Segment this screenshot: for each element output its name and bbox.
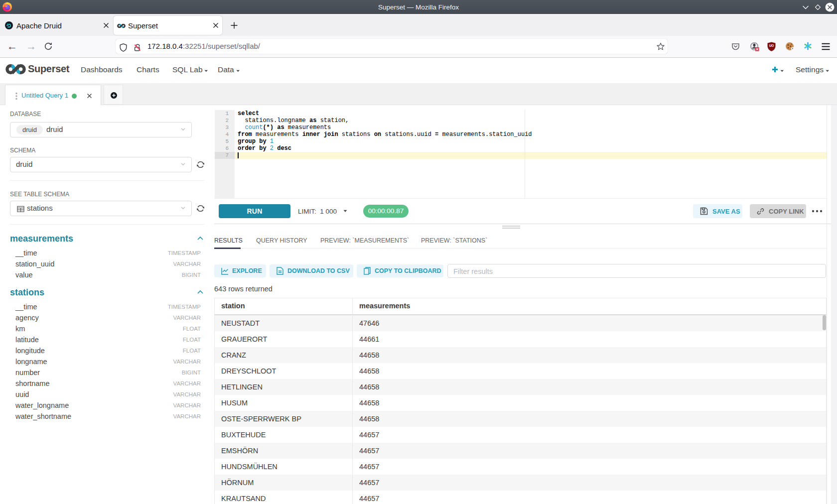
svg-text:UO: UO (769, 44, 774, 47)
